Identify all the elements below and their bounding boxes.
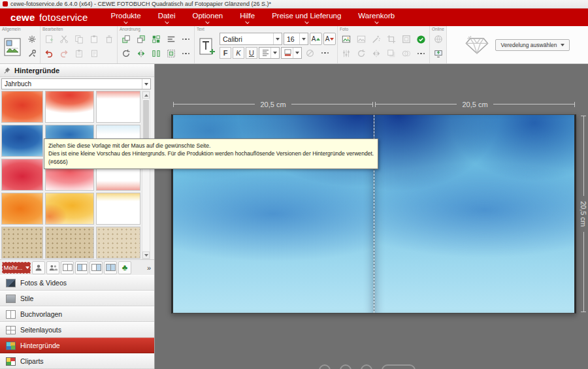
more-backgrounds-button[interactable]: Mehr... [2,262,31,274]
flip-button[interactable] [134,47,148,60]
text-effects-button[interactable] [303,46,317,59]
thumbnail-scrollbar[interactable] [142,91,150,259]
align-left-button[interactable] [164,33,178,46]
bring-to-front-button[interactable] [119,33,133,46]
menu-preise-und-lieferung[interactable]: Preise und Lieferung [263,10,350,25]
random-background-button[interactable]: ♣ [118,261,131,274]
background-thumbnail-yellow-edge[interactable] [96,193,140,225]
arrow-down-icon [330,38,334,40]
sidebar-item-cliparts[interactable]: Cliparts [0,353,154,369]
transparency-button[interactable] [399,47,413,60]
copy-button[interactable] [72,33,86,46]
delete-button[interactable] [102,33,116,46]
menu-produkte[interactable]: Produkte [103,10,150,25]
arrange-more2-button[interactable] [179,47,193,60]
layout-left-page-button[interactable] [75,261,88,274]
scroll-down-button[interactable] [142,251,150,259]
insert-photo-button[interactable] [339,33,353,46]
sliders-icon [342,49,351,58]
pushpin-icon[interactable] [3,67,11,74]
zoom-fit-button[interactable] [340,364,351,369]
italic-button[interactable]: K [233,47,244,59]
background-thumbnail-pink-edge[interactable] [96,91,140,123]
sidebar-item-hintergruende[interactable]: Hintergründe [0,338,154,353]
menu-hilfe[interactable]: Hilfe [231,10,263,25]
font-family-value: Calibri [220,35,273,43]
rotate-photo-button[interactable] [354,47,368,60]
tools-button[interactable] [25,47,39,60]
veredelung-select-button[interactable]: Veredelung auswählen [495,39,569,51]
font-size-select[interactable]: 16 [284,33,308,45]
frame-button[interactable] [399,33,413,46]
layout-spread-button[interactable] [61,261,74,274]
menu-warenkorb[interactable]: Warenkorb [350,10,403,25]
nav-label: Fotos & Videos [20,279,67,287]
photo-edit-button[interactable] [354,33,368,46]
expand-tools-button[interactable]: » [147,264,152,272]
text-more-button[interactable] [318,46,332,59]
send-to-back-button[interactable] [134,33,148,46]
two-person-filter-button[interactable] [46,261,59,274]
photobook-pages-button[interactable] [1,33,24,61]
photo-more-button[interactable] [414,47,428,60]
shadow-button[interactable] [384,47,398,60]
paste-special-button[interactable] [72,47,86,60]
align-grid-button[interactable] [149,33,163,46]
decrease-font-button[interactable]: A [323,33,336,45]
layout-right-page-button[interactable] [90,261,103,274]
text-color-select[interactable] [281,47,302,59]
background-thumbnail-blue-watercolor[interactable] [1,125,43,157]
upload-monitor-icon [434,49,443,58]
undo-button[interactable] [42,47,56,60]
sidebar-item-seitenlayouts[interactable]: Seitenlayouts [0,322,154,338]
upload-button[interactable] [431,47,445,60]
rotate-left-button[interactable] [119,47,133,60]
text-align-select[interactable] [259,47,280,59]
background-category-select[interactable]: Jahrbuch [1,78,151,89]
background-thumbnail-yellow-watercolor[interactable] [45,193,94,225]
underline-button[interactable]: U [246,47,257,59]
sidebar-item-stile[interactable]: Stile [0,291,154,306]
single-person-filter-button[interactable] [32,261,45,274]
menu-datei[interactable]: Datei [150,10,184,25]
sidebar-item-fotos-videos[interactable]: Fotos & Videos [0,275,154,291]
background-thumbnail-tan-pattern[interactable] [45,227,94,259]
cut-button[interactable] [57,33,71,46]
photo-ok-button[interactable] [414,33,428,46]
background-thumbnail-tan-pattern[interactable] [1,227,43,259]
zoom-in-button[interactable] [361,364,372,369]
online-album-button[interactable] [431,33,445,46]
new-element-button[interactable] [42,33,56,46]
toolbar-group-allgemein: Allgemein [0,26,41,63]
distribute-button[interactable] [149,47,163,60]
background-thumbnail-magenta-watercolor[interactable] [1,159,43,191]
background-thumbnail-tan-light-pattern[interactable] [96,227,140,259]
redo-button[interactable] [57,47,71,60]
zoom-out-button[interactable] [319,364,331,369]
toolbar-group-label: Online [430,26,446,32]
adjust-button[interactable] [339,47,353,60]
crop-button[interactable] [384,33,398,46]
settings-button[interactable] [25,33,39,46]
scrollbar-thumb[interactable] [143,100,149,140]
layout-both-pages-button[interactable] [104,261,117,274]
background-thumbnail-red-watercolor[interactable] [1,91,43,123]
increase-font-button[interactable]: A [310,33,322,45]
add-text-button[interactable] [196,33,218,61]
sidebar-item-buchvorlagen[interactable]: Buchvorlagen [0,306,154,322]
background-thumbnail-orange-watercolor[interactable] [1,193,43,225]
background-thumbnail-red-top-watercolor[interactable] [45,91,94,123]
menu-optionen[interactable]: Optionen [184,10,232,25]
arrange-more-button[interactable] [179,33,193,46]
group-button[interactable] [164,47,178,60]
duplicate-button[interactable] [87,47,101,60]
mirror-photo-button[interactable] [369,47,383,60]
auto-fix-button[interactable] [369,33,383,46]
zoom-slider[interactable] [382,364,416,369]
panel-title: Hintergründe [14,67,59,74]
font-family-select[interactable]: Calibri [220,33,282,45]
paste-button[interactable] [87,33,101,46]
bold-button[interactable]: F [220,47,231,59]
photobook-right-page[interactable] [374,115,575,313]
scroll-up-button[interactable] [142,91,150,99]
